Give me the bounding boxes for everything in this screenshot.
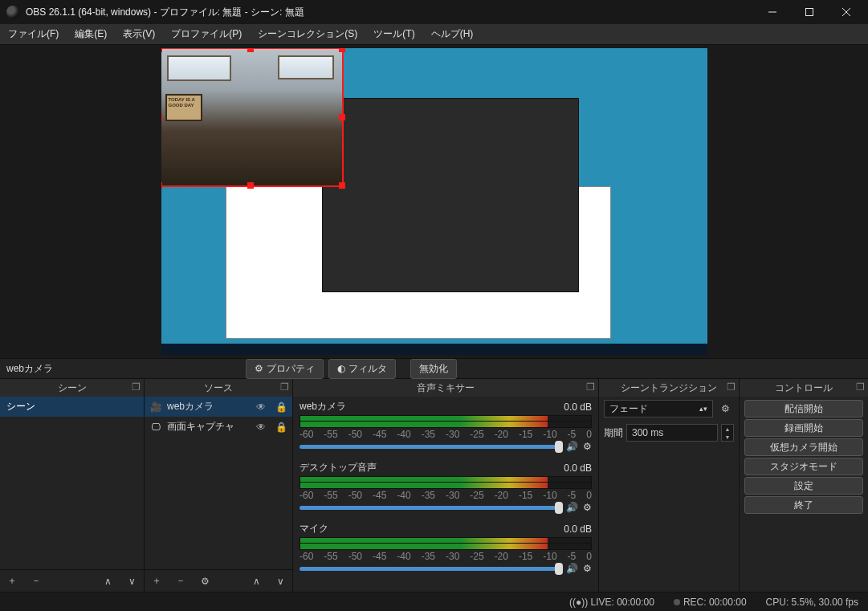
rec-time: REC: 00:00:00: [683, 597, 747, 608]
studio-mode-button[interactable]: スタジオモード: [744, 458, 863, 475]
controls-body: 配信開始 録画開始 仮想カメラ開始 スタジオモード 設定 終了: [740, 397, 868, 592]
settings-button[interactable]: 設定: [744, 477, 863, 495]
volume-slider[interactable]: [300, 445, 561, 449]
scenes-header: シーン ❐: [0, 379, 144, 397]
scenes-title: シーン: [58, 381, 87, 395]
lock-toggle[interactable]: 🔒: [275, 401, 287, 413]
source-label: 画面キャプチャ: [167, 420, 234, 434]
mixer-channel: マイク 0.0 dB -60-55-50-45-40-35-30-25-20-1…: [293, 519, 598, 578]
dock-pin-icon[interactable]: ❐: [280, 381, 289, 393]
channel-settings-button[interactable]: ⚙: [583, 441, 592, 452]
scene-item[interactable]: シーン: [0, 397, 144, 417]
dock-pin-icon[interactable]: ❐: [132, 381, 141, 393]
resize-handle[interactable]: [247, 182, 254, 189]
menu-profile[interactable]: プロファイル(P): [163, 24, 250, 44]
resize-handle[interactable]: [247, 48, 254, 52]
source-item-display-capture[interactable]: 🖵 画面キャプチャ 👁 🔒: [145, 417, 292, 437]
transition-select[interactable]: フェード ▴▾: [604, 400, 713, 418]
start-streaming-button[interactable]: 配信開始: [744, 400, 863, 418]
webcam-source-selected[interactable]: TODAY IS A GOOD DAY: [161, 48, 344, 187]
controls-header: コントロール ❐: [740, 379, 868, 397]
move-scene-down-button[interactable]: ∨: [123, 572, 141, 590]
sources-header: ソース ❐: [145, 379, 292, 397]
menu-view[interactable]: 表示(V): [115, 24, 163, 44]
transition-value: フェード: [609, 402, 648, 416]
menu-help[interactable]: ヘルプ(H): [423, 24, 482, 44]
record-dot-icon: [674, 599, 680, 605]
dock-pin-icon[interactable]: ❐: [586, 381, 595, 393]
properties-button[interactable]: ⚙ プロパティ: [246, 359, 324, 379]
scenes-list[interactable]: シーン: [0, 397, 144, 569]
start-recording-button[interactable]: 録画開始: [744, 419, 863, 437]
sources-toolbar: ＋ － ⚙ ∧ ∨: [145, 569, 292, 592]
move-source-down-button[interactable]: ∨: [271, 572, 289, 590]
add-scene-button[interactable]: ＋: [3, 572, 21, 590]
filter-icon: ◐: [337, 363, 345, 374]
resize-handle[interactable]: [339, 114, 345, 120]
close-button[interactable]: [828, 0, 865, 24]
visibility-toggle[interactable]: 👁: [256, 422, 266, 433]
scenes-panel: シーン ❐ シーン ＋ － ∧ ∨: [0, 379, 145, 592]
speaker-icon[interactable]: 🔊: [566, 502, 578, 513]
properties-label: プロパティ: [267, 362, 315, 376]
resize-handle[interactable]: [161, 48, 162, 52]
channel-settings-button[interactable]: ⚙: [583, 563, 592, 574]
start-virtual-cam-button[interactable]: 仮想カメラ開始: [744, 438, 863, 456]
menu-edit[interactable]: 編集(E): [67, 24, 115, 44]
channel-db: 0.0 dB: [564, 523, 592, 535]
chevron-updown-icon: ▴▾: [699, 405, 707, 413]
audio-meter: [300, 422, 592, 428]
channel-name: webカメラ: [300, 400, 346, 413]
channel-db: 0.0 dB: [564, 462, 592, 474]
minimize-button[interactable]: [754, 0, 791, 24]
volume-slider[interactable]: [300, 506, 561, 510]
title-bar: OBS 26.1.1 (64-bit, windows) - プロファイル: 無…: [0, 0, 868, 24]
audio-meter: [300, 483, 592, 489]
duration-spinner[interactable]: ▲▼: [721, 424, 734, 442]
move-scene-up-button[interactable]: ∧: [99, 572, 116, 590]
lock-toggle[interactable]: 🔒: [275, 422, 287, 433]
nested-obs-thumb: [322, 98, 579, 292]
sources-list[interactable]: 🎥 webカメラ 👁 🔒 🖵 画面キャプチャ 👁 🔒: [145, 397, 292, 569]
transitions-header: シーントランジション ❐: [599, 379, 739, 397]
resize-handle[interactable]: [339, 48, 345, 52]
visibility-toggle[interactable]: 👁: [256, 401, 266, 413]
dock-pin-icon[interactable]: ❐: [856, 381, 865, 393]
menu-bar: ファイル(F) 編集(E) 表示(V) プロファイル(P) シーンコレクション(…: [0, 24, 868, 45]
transition-settings-button[interactable]: ⚙: [716, 400, 734, 418]
menu-scene-collection[interactable]: シーンコレクション(S): [250, 24, 365, 44]
mixer-header: 音声ミキサー ❐: [293, 379, 598, 397]
remove-source-button[interactable]: －: [172, 572, 189, 590]
volume-slider[interactable]: [300, 567, 561, 571]
channel-name: デスクトップ音声: [300, 461, 377, 475]
duration-input[interactable]: 300 ms: [626, 424, 718, 442]
resize-handle[interactable]: [339, 182, 345, 189]
disable-button[interactable]: 無効化: [410, 359, 457, 379]
menu-file[interactable]: ファイル(F): [0, 24, 67, 44]
dock-pin-icon[interactable]: ❐: [727, 381, 736, 393]
menu-tools[interactable]: ツール(T): [365, 24, 422, 44]
duration-value: 300 ms: [632, 427, 663, 438]
resize-handle[interactable]: [161, 114, 162, 120]
source-item-webcam[interactable]: 🎥 webカメラ 👁 🔒: [145, 397, 292, 417]
transitions-panel: シーントランジション ❐ フェード ▴▾ ⚙ 期間 300 ms ▲▼: [599, 379, 740, 592]
audio-meter: [300, 537, 592, 544]
filters-button[interactable]: ◐ フィルタ: [328, 359, 396, 379]
move-source-up-button[interactable]: ∧: [247, 572, 265, 590]
db-ticks: -60-55-50-45-40-35-30-25-20-15-10-50: [300, 551, 592, 559]
channel-settings-button[interactable]: ⚙: [583, 502, 592, 513]
remove-scene-button[interactable]: －: [27, 572, 45, 590]
dock-row: シーン ❐ シーン ＋ － ∧ ∨ ソース ❐ 🎥 webカメラ 👁 🔒: [0, 379, 868, 592]
preview-area[interactable]: TODAY IS A GOOD DAY: [0, 45, 868, 358]
room-window-right: [278, 55, 334, 79]
wall-sign: TODAY IS A GOOD DAY: [165, 94, 202, 121]
maximize-button[interactable]: [791, 0, 828, 24]
speaker-icon[interactable]: 🔊: [566, 563, 578, 574]
add-source-button[interactable]: ＋: [148, 572, 165, 590]
speaker-icon[interactable]: 🔊: [566, 441, 578, 452]
resize-handle[interactable]: [161, 182, 162, 189]
exit-button[interactable]: 終了: [744, 496, 863, 514]
preview-canvas[interactable]: TODAY IS A GOOD DAY: [161, 48, 707, 355]
source-toolbar: webカメラ ⚙ プロパティ ◐ フィルタ 無効化: [0, 358, 868, 379]
source-properties-button[interactable]: ⚙: [196, 572, 214, 590]
